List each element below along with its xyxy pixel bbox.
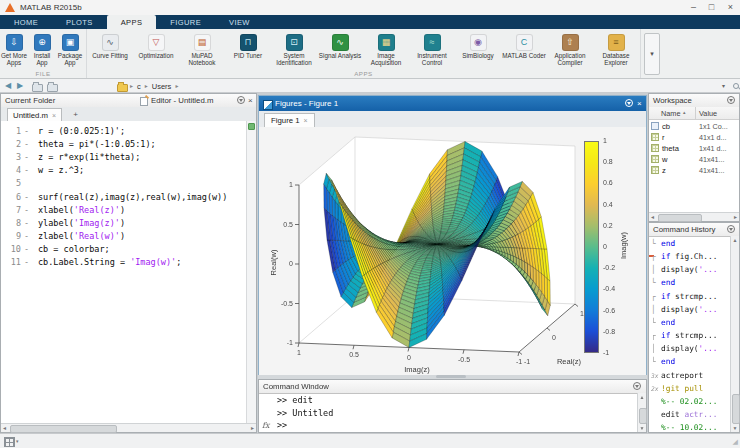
app-button-instrument-control[interactable]: ≈InstrumentControl bbox=[409, 31, 455, 66]
workspace-column-headers[interactable]: Name ▴ Value bbox=[649, 107, 739, 120]
colorbar-tick-label: -0.8 bbox=[603, 328, 615, 335]
figures-close-icon[interactable]: × bbox=[637, 98, 642, 109]
browse-folder-icon[interactable] bbox=[47, 84, 58, 92]
address-search-icon[interactable] bbox=[733, 83, 739, 89]
workspace-row-theta[interactable]: theta1x41 d... bbox=[649, 143, 739, 154]
history-item[interactable]: │display('... bbox=[649, 303, 730, 316]
editor-tab-untitled[interactable]: Untitled.m× bbox=[7, 108, 62, 122]
app-button-matlab-coder[interactable]: CMATLAB Coder bbox=[501, 31, 547, 66]
editor-code-line[interactable]: 8-ylabel('Imag(z)') bbox=[1, 217, 246, 230]
column-value[interactable]: Value bbox=[699, 109, 717, 118]
app-button-application-compiler[interactable]: ⇧ApplicationCompiler bbox=[547, 31, 593, 66]
history-text: actreport bbox=[661, 369, 703, 382]
command-prompt[interactable]: >> bbox=[277, 420, 287, 430]
editor-dock-icon[interactable] bbox=[237, 96, 245, 104]
editor-code-line[interactable]: 5 bbox=[1, 177, 246, 190]
forward-icon[interactable]: ▶ bbox=[17, 82, 23, 90]
layout-dropdown-icon[interactable]: ▾ bbox=[16, 438, 19, 444]
ribbon-tab-home[interactable]: HOME bbox=[0, 15, 52, 29]
back-icon[interactable]: ◀ bbox=[5, 82, 11, 90]
command-window-vscrollbar[interactable]: ▲▼ bbox=[637, 393, 646, 432]
workspace-row-w[interactable]: w41x41... bbox=[649, 154, 739, 165]
app-button-install-app[interactable]: ⊕InstallApp bbox=[28, 31, 56, 66]
new-tab-button[interactable]: + bbox=[69, 108, 82, 121]
layout-icon[interactable] bbox=[4, 437, 15, 447]
ribbon-tab-figure[interactable]: FIGURE bbox=[156, 15, 215, 29]
breadcrumb-item-users[interactable]: Users bbox=[152, 82, 172, 91]
figures-header[interactable]: Figures - Figure 1 × bbox=[259, 96, 646, 111]
workspace-row-z[interactable]: z41x41... bbox=[649, 165, 739, 176]
history-item[interactable]: 2x!git pull bbox=[649, 382, 730, 395]
workspace-row-r[interactable]: r41x1 d... bbox=[649, 132, 739, 143]
history-item[interactable]: └end bbox=[649, 355, 730, 368]
editor-code-line[interactable]: 1-r = (0:0.025:1)'; bbox=[1, 125, 246, 138]
editor-code-line[interactable]: 4-w = z.^3; bbox=[1, 164, 246, 177]
close-button[interactable]: × bbox=[721, 0, 740, 15]
more-apps-button[interactable]: ▾ bbox=[644, 33, 660, 75]
workspace-dock-icon[interactable] bbox=[727, 96, 735, 104]
ribbon-tab-view[interactable]: VIEW bbox=[215, 15, 264, 29]
app-button-image-acquisition[interactable]: ▦ImageAcquisition bbox=[363, 31, 409, 66]
breadcrumb: ▸c▸Users▸ bbox=[130, 82, 178, 91]
editor-code-line[interactable]: 10-cb = colorbar; bbox=[1, 243, 246, 256]
column-divider[interactable] bbox=[695, 107, 696, 119]
editor-code-area[interactable]: 1-r = (0:0.025:1)';2-theta = pi*(-1:0.05… bbox=[1, 121, 246, 423]
command-history-dock-icon[interactable] bbox=[727, 225, 735, 233]
history-item[interactable]: 3xactreport bbox=[649, 369, 730, 382]
editor-code-line[interactable]: 11-cb.Label.String = 'Imag(w)'; bbox=[1, 256, 246, 269]
code-text: xlabel('Real(z)') bbox=[38, 204, 125, 217]
history-item[interactable]: └end bbox=[649, 276, 730, 289]
app-button-get-more-apps[interactable]: ⇩Get MoreApps bbox=[0, 31, 28, 66]
app-button-signal-analysis[interactable]: ∿Signal Analysis bbox=[317, 31, 363, 66]
ribbon-tab-plots[interactable]: PLOTS bbox=[52, 15, 107, 29]
figure-tab[interactable]: Figure 1× bbox=[264, 113, 315, 128]
workspace-row-cb[interactable]: cb1x1 Co... bbox=[649, 121, 739, 132]
app-button-system-identification[interactable]: ⊡SystemIdentification bbox=[271, 31, 317, 66]
history-item[interactable]: └end bbox=[649, 316, 730, 329]
splitter-handle[interactable] bbox=[436, 375, 466, 378]
up-folder-icon[interactable] bbox=[32, 84, 43, 92]
history-item[interactable]: ┌if strcmp... bbox=[649, 290, 730, 303]
app-button-curve-fitting[interactable]: ∿Curve Fitting bbox=[87, 31, 133, 66]
app-button-database-explorer[interactable]: ≡DatabaseExplorer bbox=[593, 31, 639, 66]
matrix-variable-icon bbox=[651, 166, 659, 174]
history-item[interactable]: %-- 02.02... bbox=[649, 395, 730, 408]
figure-tab-close-icon[interactable]: × bbox=[304, 117, 308, 124]
breadcrumb-item-c[interactable]: c bbox=[137, 82, 141, 91]
history-item[interactable]: ┌if strcmp... bbox=[649, 329, 730, 342]
history-item[interactable]: ┌if fig.Ch... bbox=[649, 250, 730, 263]
app-button-optimization[interactable]: ▽Optimization bbox=[133, 31, 179, 66]
editor-close-icon[interactable]: × bbox=[248, 95, 253, 106]
minimize-button[interactable]: – bbox=[684, 0, 703, 15]
ribbon-tab-apps[interactable]: APPS bbox=[107, 15, 157, 29]
code-text: zlabel('Real(w)') bbox=[38, 230, 125, 243]
app-button-pid-tuner[interactable]: ⊓PID Tuner bbox=[225, 31, 271, 66]
history-item[interactable]: │display('... bbox=[649, 342, 730, 355]
address-dropdown-icon[interactable]: ▾ bbox=[722, 82, 725, 89]
history-item[interactable]: │display('... bbox=[649, 263, 730, 276]
current-folder-title[interactable]: Current Folder bbox=[5, 96, 55, 105]
maximize-button[interactable]: □ bbox=[702, 0, 721, 15]
editor-hscrollbar[interactable]: ◂▸ bbox=[1, 423, 256, 432]
sort-asc-icon: ▴ bbox=[683, 109, 686, 115]
command-history-vscrollbar[interactable]: ▲▼ bbox=[730, 236, 739, 432]
editor-code-line[interactable]: 7-xlabel('Real(z)') bbox=[1, 204, 246, 217]
history-item[interactable]: └end bbox=[649, 237, 730, 250]
column-name[interactable]: Name bbox=[661, 109, 680, 118]
app-button-package-app[interactable]: ▣PackageApp bbox=[56, 31, 84, 66]
app-button-simbiology[interactable]: ◉SimBiology bbox=[455, 31, 501, 66]
editor-code-line[interactable]: 9-zlabel('Real(w)') bbox=[1, 230, 246, 243]
resize-grip[interactable]: ◢ bbox=[733, 438, 738, 446]
editor-code-line[interactable]: 6-surf(real(z),imag(z),real(w),imag(w)) bbox=[1, 191, 246, 204]
app-button-mupad-notebook[interactable]: ▤MuPADNotebook bbox=[179, 31, 225, 66]
editor-code-line[interactable]: 3-z = r*exp(1i*theta); bbox=[1, 151, 246, 164]
figure-axes-area[interactable]: 10.50-0.5-110.50-0.5-1-10110.80.60.40.20… bbox=[259, 127, 646, 376]
figures-dock-icon[interactable] bbox=[625, 99, 633, 107]
editor-code-line[interactable]: 2-theta = pi*(-1:0.05:1); bbox=[1, 138, 246, 151]
workspace-hscrollbar[interactable]: ◂▸ bbox=[649, 212, 739, 221]
history-text: display('... bbox=[661, 342, 717, 355]
tab-close-icon[interactable]: × bbox=[52, 112, 56, 119]
command-window-dock-icon[interactable] bbox=[633, 382, 641, 390]
history-item[interactable]: edit actr... bbox=[649, 408, 730, 421]
colorbar bbox=[584, 141, 599, 353]
